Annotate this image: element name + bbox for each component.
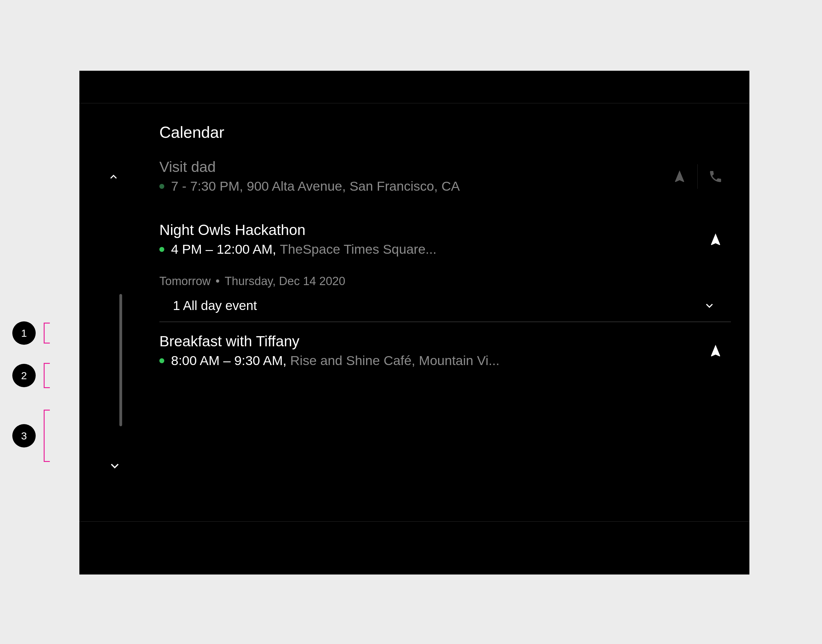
navigate-button[interactable] <box>664 161 695 192</box>
navigate-icon <box>708 343 723 358</box>
scroll-up-button[interactable] <box>107 170 120 183</box>
event-location: 900 Alta Avenue, San Francisco, CA <box>247 178 460 195</box>
chevron-down-icon <box>702 299 716 313</box>
event-row[interactable]: Breakfast with Tiffany 8:00 AM – 9:30 AM… <box>159 327 731 374</box>
navigate-icon <box>708 232 723 247</box>
callout-number: 2 <box>21 370 27 382</box>
navigate-icon <box>672 169 687 184</box>
app-content: Calendar Visit dad 7 - 7:30 PM, 900 Alta… <box>79 120 749 521</box>
status-dot-icon <box>159 358 164 363</box>
event-text: Night Owls Hackathon 4 PM – 12:00 AM, Th… <box>159 221 693 258</box>
callout-bracket <box>44 409 50 462</box>
event-actions <box>664 161 731 192</box>
section-prefix: Tomorrow <box>159 274 211 288</box>
event-title: Night Owls Hackathon <box>159 221 693 239</box>
scroll-gutter <box>79 120 159 521</box>
phone-icon <box>708 169 723 184</box>
event-meta: 8:00 AM – 9:30 AM, Rise and Shine Café, … <box>159 352 693 370</box>
event-row[interactable]: Visit dad 7 - 7:30 PM, 900 Alta Avenue, … <box>159 153 731 200</box>
app-frame: Calendar Visit dad 7 - 7:30 PM, 900 Alta… <box>79 71 749 575</box>
section-header: Tomorrow • Thursday, Dec 14 2020 <box>159 264 731 291</box>
event-time: 4 PM – 12:00 AM, <box>171 241 276 258</box>
event-meta: 4 PM – 12:00 AM, TheSpace Times Square..… <box>159 241 693 258</box>
event-time: 7 - 7:30 PM, <box>171 178 243 195</box>
event-text: Visit dad 7 - 7:30 PM, 900 Alta Avenue, … <box>159 158 657 195</box>
chevron-down-icon <box>107 458 123 474</box>
annotation-callout-2: 2 <box>12 363 50 388</box>
navigate-button[interactable] <box>700 336 731 366</box>
event-time: 8:00 AM – 9:30 AM, <box>171 352 287 370</box>
expand-button[interactable] <box>700 299 719 313</box>
annotation-callout-3: 3 <box>12 409 50 462</box>
status-dot-icon <box>159 184 164 189</box>
callout-badge: 3 <box>12 424 36 448</box>
scroll-down-button[interactable] <box>107 458 123 474</box>
callout-number: 1 <box>21 327 27 339</box>
event-location: Rise and Shine Café, Mountain Vi... <box>290 352 499 370</box>
event-title: Breakfast with Tiffany <box>159 333 693 350</box>
chevron-up-icon <box>107 170 120 183</box>
section-separator: • <box>216 274 220 288</box>
event-actions <box>700 224 731 255</box>
callout-badge: 1 <box>12 321 36 345</box>
callout-badge: 2 <box>12 364 36 387</box>
section-date: Thursday, Dec 14 2020 <box>225 274 345 288</box>
event-actions <box>700 336 731 366</box>
all-day-row[interactable]: 1 All day event <box>159 291 731 322</box>
call-button[interactable] <box>700 161 731 192</box>
event-meta: 7 - 7:30 PM, 900 Alta Avenue, San Franci… <box>159 178 657 195</box>
callout-number: 3 <box>21 430 27 442</box>
callout-bracket <box>44 363 50 388</box>
all-day-label: 1 All day event <box>173 298 700 313</box>
main-column: Calendar Visit dad 7 - 7:30 PM, 900 Alta… <box>159 120 749 521</box>
page-title: Calendar <box>159 123 731 141</box>
navigate-button[interactable] <box>700 224 731 255</box>
scrollbar[interactable] <box>120 294 122 426</box>
event-text: Breakfast with Tiffany 8:00 AM – 9:30 AM… <box>159 333 693 369</box>
event-location: TheSpace Times Square... <box>280 241 437 258</box>
annotation-callout-1: 1 <box>12 321 50 345</box>
callout-bracket <box>44 323 50 343</box>
status-dot-icon <box>159 247 164 252</box>
event-title: Visit dad <box>159 158 657 176</box>
event-row[interactable]: Night Owls Hackathon 4 PM – 12:00 AM, Th… <box>159 216 731 263</box>
